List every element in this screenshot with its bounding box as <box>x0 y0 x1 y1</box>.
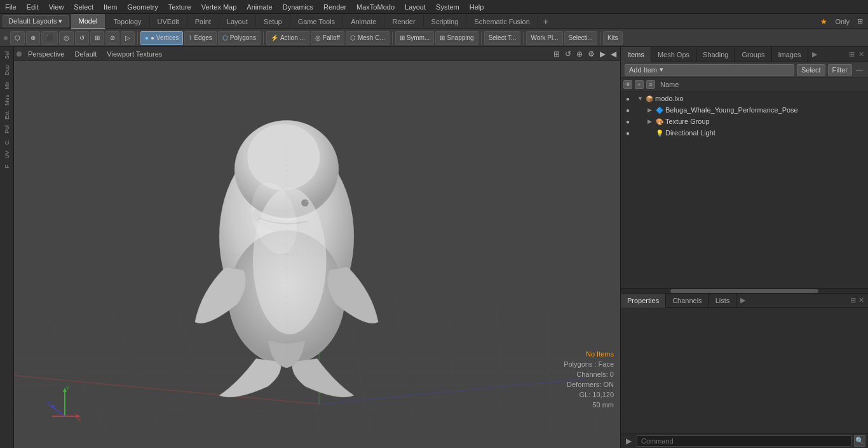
vertices-btn[interactable]: ● ● Vertices <box>140 31 183 45</box>
edges-btn[interactable]: ⌇ Edges <box>184 31 216 45</box>
workplane-btn[interactable]: Work Pl... <box>526 31 562 45</box>
selecti-btn[interactable]: Selecti... <box>564 31 597 45</box>
tree-row-whale[interactable]: ● ▶ 🔷 Beluga_Whale_Young_Performance_Pos… <box>621 104 868 116</box>
select-tools-btn[interactable]: Select T... <box>484 31 521 45</box>
tool-btn-2[interactable]: ⊕ <box>26 31 40 45</box>
polygons-btn[interactable]: ⬡ Polygons <box>218 31 261 45</box>
eye-header-icon[interactable]: 👁 <box>623 80 632 89</box>
viewport-canvas[interactable]: Y X Z No Items Polygons : Face Channels:… <box>14 61 620 448</box>
ptab-channels[interactable]: Channels <box>666 294 709 308</box>
tree-arrow-modo[interactable]: ▼ <box>637 95 644 102</box>
menu-item[interactable]: Item <box>98 2 122 12</box>
vp-prev-icon[interactable]: ◀ <box>609 50 618 58</box>
sidebar-item-pol[interactable]: Pol <box>3 123 11 136</box>
tree-row-light[interactable]: ● 💡 Directional Light <box>621 127 868 139</box>
sidebar-item-f[interactable]: F <box>3 162 11 171</box>
rtab-items[interactable]: Items <box>621 47 651 62</box>
tab-schematic-fusion[interactable]: Schematic Fusion <box>466 14 538 29</box>
tab-render[interactable]: Render <box>384 14 423 29</box>
mesh-btn[interactable]: ⬡ Mesh C... <box>346 31 390 45</box>
tab-uvedit[interactable]: UVEdit <box>150 14 187 29</box>
layout-plus[interactable]: + <box>538 15 553 29</box>
vp-zoom-icon[interactable]: ⊕ <box>575 50 584 58</box>
viewport-default[interactable]: Default <box>71 50 100 58</box>
vp-rotate-icon[interactable]: ↺ <box>564 50 573 58</box>
rtab-expand-icon[interactable]: ⊞ <box>848 49 856 60</box>
viewport-area[interactable]: Perspective Default Viewport Textures ⊞ … <box>14 47 620 448</box>
scene-tree[interactable]: ● ▼ 📦 modo.lxo ● ▶ 🔷 Beluga_Whale_Young_… <box>621 92 868 288</box>
menu-edit[interactable]: Edit <box>22 2 44 12</box>
tool-btn-6[interactable]: ⊞ <box>90 31 104 45</box>
scene-tree-scrollbar[interactable] <box>621 288 868 293</box>
symm-btn[interactable]: ⊞ Symm... <box>395 31 435 45</box>
eye-icon-whale[interactable]: ● <box>623 105 632 114</box>
kits-btn[interactable]: Kits <box>603 31 623 45</box>
vp-settings-icon[interactable]: ⚙ <box>587 50 596 58</box>
menu-layout[interactable]: Layout <box>400 2 431 12</box>
tree-row-texture[interactable]: ● ▶ 🎨 Texture Group <box>621 116 868 127</box>
rtab-images[interactable]: Images <box>772 47 808 62</box>
add-item-button[interactable]: Add Item ▾ <box>625 64 794 76</box>
ptab-properties[interactable]: Properties <box>621 294 666 308</box>
prop-close-icon[interactable]: ✕ <box>857 296 865 304</box>
add-icon[interactable]: + <box>635 80 644 89</box>
sidebar-item-dup[interactable]: Dup <box>3 62 11 78</box>
sidebar-item-sel[interactable]: Sel <box>3 48 11 62</box>
eye-icon-texture[interactable]: ● <box>623 117 632 126</box>
snapping-btn[interactable]: ⊞ Snapping <box>435 31 478 45</box>
tool-btn-3[interactable]: ⬛ <box>41 31 58 45</box>
command-search-button[interactable]: 🔍 <box>854 435 865 447</box>
prop-expand-icon[interactable]: ⊞ <box>850 296 856 304</box>
action-btn[interactable]: ⚡ Action ... <box>266 31 309 45</box>
menu-texture[interactable]: Texture <box>163 2 196 12</box>
menu-geometry[interactable]: Geometry <box>122 2 163 12</box>
maximize-layout[interactable]: ⊞ <box>855 16 865 27</box>
sidebar-item-mir[interactable]: Mir <box>3 79 11 92</box>
sidebar-item-c[interactable]: C: <box>3 137 11 147</box>
sidebar-item-uv[interactable]: UV <box>3 148 11 161</box>
ptab-lists[interactable]: Lists <box>709 294 737 308</box>
falloff-btn[interactable]: ◎ Falloff <box>311 31 344 45</box>
eye-icon-modo[interactable]: ● <box>623 94 632 103</box>
tool-btn-5[interactable]: ↺ <box>75 31 89 45</box>
menu-animate[interactable]: Animate <box>241 2 277 12</box>
tab-gametools[interactable]: Game Tools <box>290 14 344 29</box>
tab-paint[interactable]: Paint <box>187 14 219 29</box>
tool-btn-8[interactable]: ▷ <box>121 31 135 45</box>
rtab-shading[interactable]: Shading <box>696 47 735 62</box>
tool-btn-1[interactable]: ⬡ <box>10 31 25 45</box>
menu-maxtomode[interactable]: MaxToModo <box>351 2 400 12</box>
vp-fit-icon[interactable]: ⊞ <box>552 50 561 58</box>
eye-icon-light[interactable]: ● <box>623 128 632 137</box>
rtab-meshops[interactable]: Mesh Ops <box>651 47 696 62</box>
tab-setup[interactable]: Setup <box>256 14 290 29</box>
sidebar-item-mes[interactable]: Mes <box>3 92 11 108</box>
tab-topology[interactable]: Topology <box>105 14 149 29</box>
menu-dynamics[interactable]: Dynamics <box>278 2 318 12</box>
sidebar-item-ext[interactable]: Ext <box>3 109 11 122</box>
viewport-dot[interactable] <box>17 51 22 57</box>
rtab-close-icon[interactable]: ✕ <box>857 49 865 60</box>
filter-icon[interactable]: ≡ <box>646 80 655 89</box>
tree-row-modo[interactable]: ● ▼ 📦 modo.lxo <box>621 93 868 104</box>
menu-system[interactable]: System <box>431 2 465 12</box>
rtab-groups[interactable]: Groups <box>735 47 771 62</box>
viewport-perspective[interactable]: Perspective <box>24 50 68 58</box>
menu-file[interactable]: File <box>0 2 22 12</box>
tree-arrow-texture[interactable]: ▶ <box>648 118 654 125</box>
command-input[interactable] <box>637 435 851 447</box>
tab-animate[interactable]: Animate <box>343 14 384 29</box>
viewport-textures[interactable]: Viewport Textures <box>103 50 166 58</box>
filter-button[interactable]: Filter <box>828 64 852 76</box>
tool-btn-7[interactable]: ⊘ <box>105 31 119 45</box>
menu-help[interactable]: Help <box>465 2 489 12</box>
select-button[interactable]: Select <box>797 64 825 76</box>
scroll-thumb[interactable] <box>670 289 818 293</box>
vp-next-icon[interactable]: ▶ <box>599 50 607 58</box>
tab-layout[interactable]: Layout <box>219 14 256 29</box>
menu-view[interactable]: View <box>44 2 69 12</box>
tab-model[interactable]: Model <box>71 14 106 29</box>
menu-render[interactable]: Render <box>318 2 351 12</box>
tool-btn-4[interactable]: ◎ <box>59 31 74 45</box>
menu-vertexmap[interactable]: Vertex Map <box>196 2 242 12</box>
